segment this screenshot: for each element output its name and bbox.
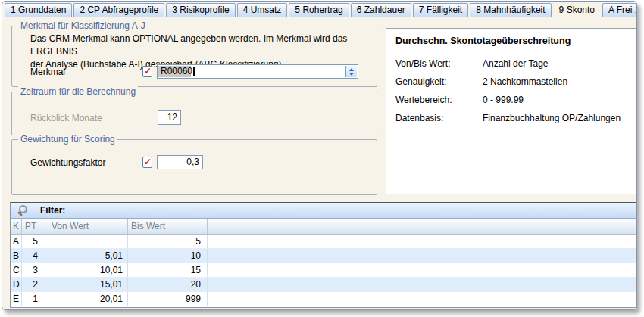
info-panel-title: Durchschn. Skontotageüberschreitung (395, 36, 571, 46)
info-value: 0 - 999.99 (483, 95, 524, 105)
cell-bis-wert[interactable]: 5 (128, 235, 208, 248)
selected-text: R00060 (158, 66, 191, 77)
tab-label: Risikoprofile (177, 5, 230, 15)
column-header-pt[interactable]: PT (22, 219, 45, 234)
tab-label: Rohertrag (300, 5, 343, 15)
tab-label: Mahnhäufigkeit (481, 5, 546, 15)
cell-empty (208, 249, 637, 263)
tab-mnemonic: 3 (172, 5, 177, 15)
tab-faelligkeit[interactable]: 7 Fälligkeit (413, 3, 468, 17)
modified-check-icon[interactable] (142, 66, 152, 77)
group-gewichtung-scoring: Gewichtung für Scoring Gewichtungsfaktor… (11, 139, 377, 195)
cell-bis-wert[interactable]: 15 (128, 263, 208, 277)
cell-pt[interactable]: 5 (22, 235, 45, 248)
info-value: Anzahl der Tage (483, 58, 549, 69)
cell-pt[interactable]: 3 (22, 263, 45, 277)
table-row[interactable]: E 1 20,01 999 (11, 292, 637, 306)
tab-frei-1[interactable]: A Frei 1 (602, 3, 637, 17)
group-zeitraum-berechnung: Zeitraum für die Berechnung Rückblick Mo… (11, 92, 377, 135)
table-header: K PT Von Wert Bis Wert (11, 219, 637, 235)
info-row: Genauigkeit:2 Nachkommastellen (395, 76, 630, 87)
gewichtungsfaktor-input[interactable]: 0,3 (157, 155, 203, 169)
classification-table: Filter: K PT Von Wert Bis Wert A 5 5 B 4… (10, 202, 637, 308)
spin-down-icon (349, 73, 354, 76)
cell-von-wert[interactable]: 10,01 (45, 263, 128, 277)
tab-mnemonic: 1 (11, 5, 16, 15)
info-label: Datenbasis: (395, 113, 483, 123)
info-value: Finanzbuchhaltung OP/Zahlungen (483, 113, 621, 123)
modified-check-icon[interactable] (142, 157, 152, 168)
cell-empty (208, 292, 637, 306)
cell-k[interactable]: D (11, 278, 22, 291)
table-row[interactable]: B 4 5,01 10 (11, 249, 637, 263)
skonto-settings-window: 1 Grunddaten 2 CP Abfrageprofile 3 Risik… (2, 1, 637, 310)
cell-pt[interactable]: 4 (22, 249, 45, 263)
tab-skonto-active[interactable]: 9 Skonto (553, 3, 601, 17)
cell-bis-wert[interactable]: 10 (128, 249, 208, 263)
tab-label: Frei 1 (614, 5, 637, 15)
cell-pt[interactable]: 1 (22, 292, 45, 306)
tab-grunddaten[interactable]: 1 Grunddaten (5, 3, 72, 17)
column-header-von-wert[interactable]: Von Wert (45, 219, 128, 234)
table-row[interactable]: D 2 15,01 20 (11, 278, 637, 292)
cell-von-wert[interactable]: 15,01 (45, 278, 128, 291)
column-header-empty (208, 219, 637, 234)
cell-bis-wert[interactable]: 999 (128, 292, 208, 306)
info-panel-skontotage: Durchschn. Skontotageüberschreitung Von/… (386, 28, 637, 194)
tab-umsatz[interactable]: 4 Umsatz (237, 3, 288, 17)
tab-label: Fälligkeit (424, 5, 463, 15)
cell-von-wert[interactable]: 20,01 (45, 292, 128, 306)
column-header-k[interactable]: K (11, 219, 22, 234)
cell-k[interactable]: C (11, 263, 22, 277)
tab-label: Grunddaten (16, 5, 67, 15)
tab-label: Skonto (564, 5, 595, 15)
tab-mahnhaeufigkeit[interactable]: 8 Mahnhäufigkeit (470, 3, 551, 17)
spin-up-icon (349, 68, 354, 71)
table-row[interactable]: C 3 10,01 15 (11, 263, 637, 278)
info-label: Von/Bis Wert: (395, 58, 483, 69)
merkmal-input[interactable]: R00060 (157, 64, 358, 79)
cell-empty (208, 235, 637, 248)
rueckblick-monate-label: Rückblick Monate (30, 113, 158, 123)
tab-cp-abfrageprofile[interactable]: 2 CP Abfrageprofile (73, 3, 164, 17)
group-merkmal-klassifizierung: Merkmal für Klassifizierung A-J Das CRM-… (11, 26, 377, 87)
search-icon[interactable] (17, 205, 28, 216)
cell-empty (208, 278, 637, 291)
tab-mnemonic: 8 (476, 5, 481, 15)
cell-bis-wert[interactable]: 20 (128, 278, 208, 291)
filter-bar[interactable]: Filter: (11, 203, 637, 219)
tab-label: CP Abfrageprofile (85, 5, 158, 15)
tab-label: Umsatz (248, 5, 281, 15)
column-header-bis-wert[interactable]: Bis Wert (128, 219, 208, 234)
info-label: Genauigkeit: (395, 76, 483, 87)
merkmal-field-label: Merkmal (30, 67, 142, 77)
info-row: Wertebereich:0 - 999.99 (395, 95, 630, 105)
group-title: Merkmal für Klassifizierung A-J (18, 20, 148, 31)
text-cursor (193, 67, 195, 76)
info-row: Von/Bis Wert:Anzahl der Tage (395, 58, 630, 69)
info-row: Datenbasis:Finanzbuchhaltung OP/Zahlunge… (395, 113, 630, 123)
rueckblick-monate-input[interactable]: 12 (158, 110, 181, 125)
gewichtungsfaktor-label: Gewichtungsfaktor (30, 157, 142, 168)
cell-pt[interactable]: 2 (22, 278, 45, 291)
tab-mnemonic: 7 (419, 5, 424, 15)
description-line-1: Das CRM-Merkmal kann OPTIONAL angegeben … (30, 33, 377, 58)
tab-rohertrag[interactable]: 5 Rohertrag (289, 3, 349, 17)
info-value: 2 Nachkommastellen (483, 76, 567, 87)
cell-k[interactable]: B (11, 249, 22, 263)
info-label: Wertebereich: (395, 95, 483, 105)
tab-zahldauer[interactable]: 6 Zahldauer (351, 3, 411, 17)
tab-label: Zahldauer (361, 5, 405, 15)
tab-risikoprofile[interactable]: 3 Risikoprofile (166, 3, 235, 17)
cell-k[interactable]: E (11, 292, 22, 306)
cell-von-wert[interactable] (45, 235, 128, 248)
filter-label: Filter: (40, 205, 65, 216)
cell-k[interactable]: A (11, 235, 22, 248)
group-title: Zeitraum für die Berechnung (18, 86, 138, 97)
cell-von-wert[interactable]: 5,01 (45, 249, 128, 263)
cell-empty (208, 263, 637, 277)
spinner-button[interactable] (345, 66, 357, 77)
table-row[interactable]: A 5 5 (11, 235, 637, 249)
tab-bar: 1 Grunddaten 2 CP Abfrageprofile 3 Risik… (2, 2, 636, 17)
group-title: Gewichtung für Scoring (18, 134, 117, 145)
